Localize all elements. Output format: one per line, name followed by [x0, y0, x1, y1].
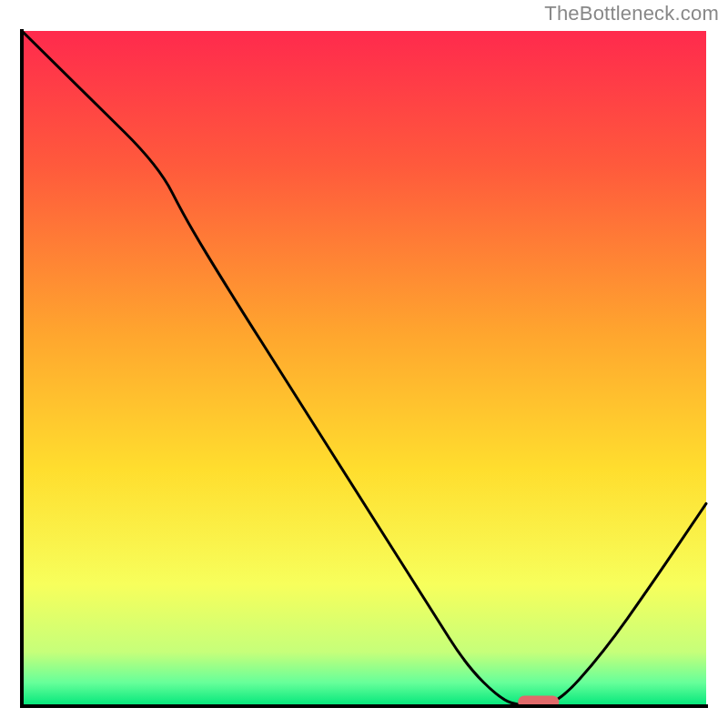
chart-frame: TheBottleneck.com	[0, 0, 728, 728]
bottleneck-chart	[20, 29, 708, 708]
plot-area	[20, 29, 708, 708]
watermark-text: TheBottleneck.com	[544, 2, 719, 25]
